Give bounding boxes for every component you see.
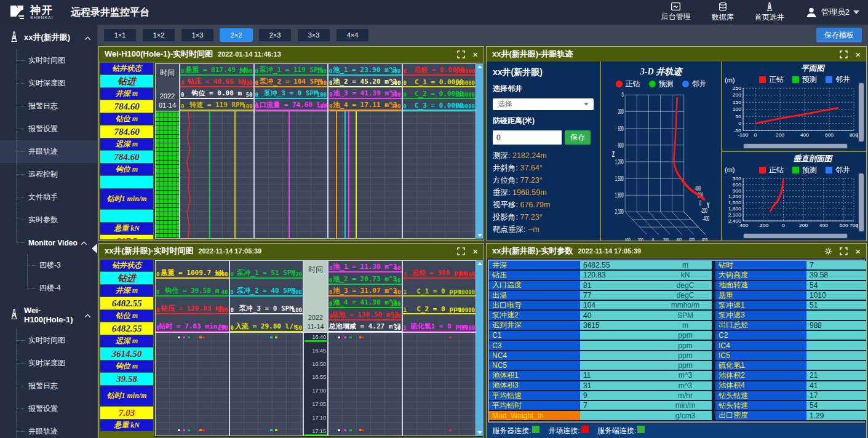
close-icon[interactable]: × xyxy=(472,247,478,256)
svg-text:0: 0 xyxy=(754,132,757,137)
svg-text:Z: Z xyxy=(612,150,615,159)
param-name-cell: 悬重 xyxy=(715,291,806,301)
sidebar-item-四楼-3[interactable]: 四楼-3 xyxy=(0,254,97,277)
panel-vscrollbar[interactable] xyxy=(476,63,483,239)
expand-icon[interactable] xyxy=(840,247,848,255)
sidebar-item-实时深度图[interactable]: 实时深度图 xyxy=(0,72,97,95)
sidebar-item-实时时间图[interactable]: 实时时间图 xyxy=(0,49,97,72)
curve-column-2: 0泵冲_1 = 51 SPM1200泵冲_2 = 40 SPM1000泵冲_3 … xyxy=(229,260,304,436)
sidebar-item-报警日志[interactable]: 报警日志 xyxy=(0,375,97,397)
svg-text:0: 0 xyxy=(699,199,701,207)
sidebar-item-实时参数[interactable]: 实时参数 xyxy=(0,209,97,231)
nav-item-2[interactable]: 数据库 xyxy=(712,2,734,23)
sidebar-item-文件助手[interactable]: 文件助手 xyxy=(0,186,97,209)
legend-swatch xyxy=(616,81,623,87)
param-name-cell: 地面转速 xyxy=(715,281,806,291)
svg-text:1,500: 1,500 xyxy=(728,200,742,205)
legend-item: 预测 xyxy=(649,79,674,89)
data-mark xyxy=(275,336,277,338)
sidebar-item-报警设置[interactable]: 报警设置 xyxy=(0,397,97,420)
expand-icon[interactable] xyxy=(457,247,465,255)
nav-item-3[interactable]: 首页选井 xyxy=(755,2,784,23)
data-mark xyxy=(188,429,190,431)
layout-button-3×3[interactable]: 3×3 xyxy=(297,28,330,42)
table-row: 平均钻时7min/m钻头转速54RPM xyxy=(489,401,864,411)
layout-button-1×2[interactable]: 1×2 xyxy=(142,28,175,42)
param-name-cell: NC5 xyxy=(489,361,580,371)
curve-label: 0悬重 = 1009.7 kN3000 xyxy=(156,261,229,279)
section-hscrollbar[interactable] xyxy=(743,233,848,239)
curve-label: 0池_1 = 11.30 m^350 xyxy=(328,261,402,273)
sidebar-item-报警设置[interactable]: 报警设置 xyxy=(0,117,97,140)
expand-icon[interactable] xyxy=(457,50,465,58)
param-unit-cell: ppm xyxy=(659,341,712,351)
param-name-cell: NC4 xyxy=(489,351,580,361)
save-distance-button[interactable]: 保存 xyxy=(565,130,591,145)
curve-column-1: 0悬重 = 817.49 kN20000钻压 = 40.66 kN3000钩位 … xyxy=(180,63,254,239)
sidebar-item-monitor-video[interactable]: Monitor Video xyxy=(0,231,97,254)
svg-text:200: 200 xyxy=(733,93,742,98)
stat-label: 视平移: xyxy=(493,201,520,209)
param-value-cell xyxy=(580,331,659,341)
neighbor-well-select[interactable]: 选择 xyxy=(493,98,594,110)
panel-time-chart-1: Wei-H100(Hole-1)-实时时间图 2022-01-14 11:46:… xyxy=(98,46,484,241)
user-menu[interactable]: 管理员2 xyxy=(805,6,859,18)
time-track-body: 16:4016:4516:5016:5517:0017:0517:1017:15 xyxy=(303,333,328,436)
sidebar-well-1[interactable]: xx井(新井眼) xyxy=(0,25,97,49)
stat-value: 77.23° xyxy=(520,176,542,185)
plan-vscrollbar[interactable] xyxy=(858,82,864,142)
sidebar-item-井眼轨迹[interactable]: 井眼轨迹 xyxy=(0,140,97,163)
settings-gear-icon[interactable] xyxy=(824,247,832,255)
plan-view-chart: 平面图 (m)正钻预测邻井 250200150100500-50-1000200… xyxy=(722,62,866,152)
param-value-cell: 54 xyxy=(806,281,866,291)
param-label: 井深 m xyxy=(100,88,153,100)
data-mark xyxy=(449,336,452,338)
sidebar-well-2[interactable]: Wei-H100(Hole-1) xyxy=(0,300,97,329)
close-icon[interactable]: × xyxy=(472,50,478,59)
curve-column-2: 0泵冲_1 = 119 SPM1000泵冲_2 = 104 SPM1000泵冲_… xyxy=(254,63,328,239)
close-icon[interactable]: × xyxy=(855,50,861,59)
layout-button-2×3[interactable]: 2×3 xyxy=(258,28,292,42)
curve-label: 1C_1 = 0 ppm10000 xyxy=(403,279,476,297)
panel-vscrollbar[interactable] xyxy=(476,260,483,436)
plan-hscrollbar[interactable] xyxy=(743,143,848,149)
expand-icon[interactable] xyxy=(840,50,848,58)
param-name-cell: 钻时 xyxy=(715,261,806,271)
sidebar-item-报警日志[interactable]: 报警日志 xyxy=(0,95,97,117)
param-name-cell: 出口电导 xyxy=(489,301,580,311)
time-tick: 16:50 xyxy=(312,361,326,367)
data-mark xyxy=(178,429,180,431)
chevron-up-icon xyxy=(84,311,91,320)
sidebar-item-远程控制[interactable]: 远程控制 xyxy=(0,163,97,186)
layout-button-1×1[interactable]: 1×1 xyxy=(103,28,137,42)
param-name-cell: 井深 xyxy=(489,261,580,271)
trajectory-stat: 靶点垂深: --m xyxy=(493,225,594,235)
trajectory-stat: 投影角: 77.23° xyxy=(493,212,594,223)
sidebar-item-井眼轨迹[interactable]: 井眼轨迹 xyxy=(0,420,97,438)
section-vscrollbar[interactable] xyxy=(858,173,864,233)
svg-text:200: 200 xyxy=(776,132,785,137)
sidebar-item-实时时间图[interactable]: 实时时间图 xyxy=(0,329,97,352)
save-template-button[interactable]: 保存模板 xyxy=(816,28,862,42)
layout-button-1×3[interactable]: 1×3 xyxy=(181,28,214,42)
anticollision-distance-input[interactable] xyxy=(493,130,562,145)
nav-item-label: 数据库 xyxy=(712,12,734,23)
sidebar-collapse-handle[interactable] xyxy=(92,244,97,253)
param-value: 39.58 xyxy=(100,373,153,385)
svg-text:-100: -100 xyxy=(738,132,749,137)
curve-column-body xyxy=(328,111,402,239)
stat-label: 投影角: xyxy=(493,213,520,221)
sidebar-item-四楼-4[interactable]: 四楼-4 xyxy=(0,277,97,300)
sidebar-item-实时深度图[interactable]: 实时深度图 xyxy=(0,352,97,375)
trajectory-3d-chart: 3-D 井轨迹 正钻预测邻井 03006009001,2001,5001,800… xyxy=(601,62,722,241)
layout-button-4×4[interactable]: 4×4 xyxy=(336,28,369,42)
layout-button-2×2[interactable]: 2×2 xyxy=(220,28,253,42)
curve-column-body xyxy=(402,333,477,436)
close-icon[interactable]: × xyxy=(855,247,861,256)
param-value-cell: 988 xyxy=(806,321,866,331)
nav-item-1[interactable]: 后台管理 xyxy=(661,2,691,23)
curve-trace xyxy=(356,111,357,238)
param-value-cell: 40 xyxy=(580,311,659,321)
curve-label: 1总烃 = 988 ppm10000 xyxy=(403,261,476,279)
param-value-cell xyxy=(806,351,866,361)
